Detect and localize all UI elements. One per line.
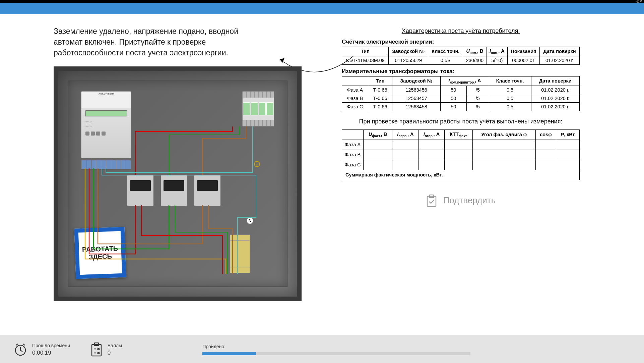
window-controls[interactable]: ▫◻✕ (636, 0, 643, 3)
meter-section-title: Счётчик электрической энергии: (342, 39, 580, 45)
measurements-table: Uфакт., В Iперв., А Iвтор., А КТТфакт. У… (342, 129, 580, 180)
electrical-cabinet[interactable]: СЭТ-4ТМ.03М - - - - - -- - - - - -- - - … (54, 66, 302, 301)
output-breaker[interactable] (230, 235, 250, 273)
neutral-icon: N (247, 217, 253, 224)
time-value: 0:00:19 (32, 350, 70, 356)
ground-icon: ⏚ (254, 161, 260, 167)
current-transformer-a[interactable] (127, 175, 154, 206)
measurements-title: При проверке правильности работы поста у… (342, 117, 580, 126)
status-footer: Прошло времени 0:00:19 Баллы 0 Пройдено: (0, 335, 644, 363)
doc-title: Характеристика поста учёта потребителя: (342, 28, 580, 35)
score-icon (90, 342, 103, 357)
data-sheet: Характеристика поста учёта потребителя: … (342, 26, 580, 335)
instruction-text: Заземление удалено, напряжение подано, в… (54, 26, 261, 58)
ct-section-title: Измерительные трансформаторы тока: (342, 68, 580, 75)
energy-meter[interactable]: СЭТ-4ТМ.03М - - - - - -- - - - - -- - - … (81, 91, 131, 158)
terminal-block[interactable] (81, 160, 131, 169)
work-here-sign[interactable]: РАБОТАТЬ ЗДЕСЬ (74, 227, 126, 279)
time-label: Прошло времени (32, 343, 70, 348)
confirm-button[interactable]: Подтвердить (342, 194, 580, 207)
clipboard-check-icon (426, 194, 437, 207)
score-value: 0 (108, 350, 122, 356)
current-transformer-c[interactable] (194, 175, 221, 206)
app-header-bar (0, 3, 644, 14)
main-breaker[interactable] (242, 91, 274, 126)
meter-table: Тип Заводской № Класс точн. Uном., В Iно… (342, 47, 580, 65)
clock-icon (13, 343, 27, 357)
progress-bar (202, 352, 470, 355)
svg-rect-3 (92, 345, 101, 356)
progress-label: Пройдено: (202, 344, 470, 349)
current-transformer-b[interactable] (160, 175, 187, 206)
score-label: Баллы (108, 343, 122, 348)
ct-table: Тип Заводской № Iном.перв/втор., А Класс… (342, 76, 580, 111)
